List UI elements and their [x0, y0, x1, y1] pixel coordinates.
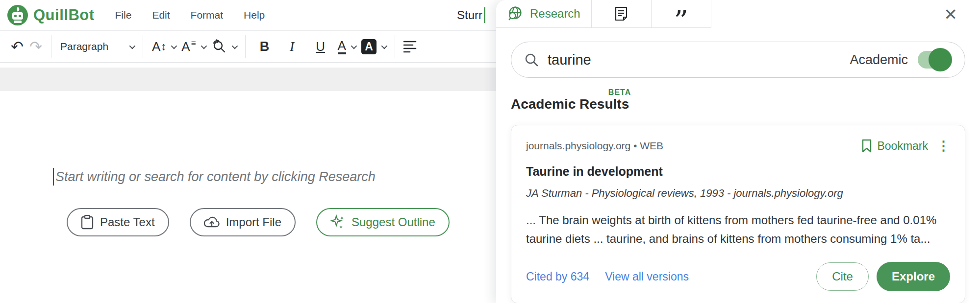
menu-edit[interactable]: Edit: [152, 9, 170, 21]
italic-button[interactable]: I: [283, 36, 302, 57]
tab-research-label: Research: [530, 7, 580, 21]
divider: [711, 0, 711, 27]
cloud-upload-icon: [204, 216, 220, 229]
chevron-down-icon: [201, 43, 207, 49]
research-globe-icon: [507, 5, 524, 22]
underline-button[interactable]: U: [311, 36, 330, 57]
paragraph-style-dropdown[interactable]: Paragraph: [57, 36, 137, 57]
font-size-dropdown[interactable]: A ↕: [152, 39, 176, 54]
document-title-text: Sturr: [457, 8, 482, 22]
paste-text-button[interactable]: Paste Text: [67, 208, 169, 236]
import-file-button[interactable]: Import File: [190, 208, 296, 236]
tab-notes[interactable]: [592, 0, 651, 27]
paragraph-style-label: Paragraph: [60, 41, 108, 52]
results-heading: Academic Results: [511, 96, 629, 112]
explore-button[interactable]: Explore: [877, 262, 950, 291]
result-buttons: Cite Explore: [816, 262, 950, 291]
panel-tabs: Research ”: [496, 0, 711, 28]
search-icon: [524, 52, 539, 67]
text-caret: [484, 7, 485, 23]
close-icon[interactable]: ✕: [944, 5, 957, 24]
result-snippet: ... The brain weights at birth of kitten…: [526, 211, 950, 248]
research-panel: Research ”: [496, 0, 980, 303]
result-card: journals.physiology.org • WEB Bookmark ⋮: [511, 125, 965, 303]
cite-button[interactable]: Cite: [816, 262, 869, 291]
notepad-icon: [614, 5, 628, 22]
quillbot-logo-icon[interactable]: [7, 4, 28, 26]
chevron-down-icon: [129, 43, 136, 49]
result-source: journals.physiology.org • WEB: [526, 140, 663, 152]
bookmark-label: Bookmark: [877, 140, 928, 153]
brand-wordmark: QuillBot: [33, 6, 95, 24]
menu-help[interactable]: Help: [244, 9, 265, 21]
text-caret: [53, 168, 54, 186]
editor-quick-actions: Paste Text Import File: [67, 208, 496, 236]
align-text-icon[interactable]: [401, 36, 420, 57]
editor-region: QuillBot File Edit Format Help Sturr ↶ ↷…: [0, 0, 496, 303]
tab-citations[interactable]: ”: [652, 0, 711, 27]
menubar: QuillBot File Edit Format Help Sturr: [0, 0, 496, 30]
redo-icon[interactable]: ↷: [26, 36, 45, 57]
chevron-down-icon: [351, 43, 357, 49]
quotation-marks-icon: ”: [674, 16, 688, 25]
highlight-color-icon: A: [361, 39, 377, 54]
document-page[interactable]: Start writing or search for content by c…: [0, 168, 496, 236]
document-title[interactable]: Sturr: [457, 7, 496, 23]
research-search-bar[interactable]: Academic: [511, 42, 965, 78]
search-input[interactable]: [548, 52, 850, 68]
clipboard-icon: [81, 215, 94, 230]
text-color-dropdown[interactable]: A: [338, 39, 355, 54]
chevron-down-icon: [381, 43, 388, 49]
divider: [51, 35, 51, 58]
menu-file[interactable]: File: [115, 9, 132, 21]
highlight-color-dropdown[interactable]: A: [361, 39, 386, 54]
formatting-toolbar: ↶ ↷ Paragraph A ↕ A ≡: [0, 30, 496, 63]
line-spacing-icon: A: [181, 39, 190, 54]
divider: [395, 35, 395, 58]
font-size-icon: A: [152, 39, 160, 54]
result-card-actions: Bookmark ⋮: [861, 139, 950, 153]
editor-placeholder-row: Start writing or search for content by c…: [53, 168, 496, 186]
academic-toggle-label: Academic: [850, 52, 908, 68]
panel-tabbar: Research ”: [496, 0, 980, 28]
bold-button[interactable]: B: [255, 36, 274, 57]
sparkles-icon: [330, 214, 345, 230]
text-color-icon: A: [338, 39, 346, 54]
divider: [143, 35, 143, 58]
line-spacing-dropdown[interactable]: A ≡: [181, 39, 205, 54]
result-links: Cited by 634 View all versions: [526, 270, 689, 283]
kebab-menu-icon[interactable]: ⋮: [937, 140, 950, 153]
tab-research[interactable]: Research: [496, 0, 591, 27]
result-card-header: journals.physiology.org • WEB Bookmark ⋮: [526, 139, 950, 153]
suggest-outline-button[interactable]: Suggest Outline: [316, 208, 450, 236]
editor-placeholder: Start writing or search for content by c…: [55, 169, 376, 185]
cited-by-link[interactable]: Cited by 634: [526, 270, 589, 283]
academic-toggle[interactable]: [918, 51, 950, 69]
document-margin-band: [0, 68, 496, 91]
result-meta: JA Sturman - Physiological reviews, 1993…: [526, 187, 950, 200]
bookmark-button[interactable]: Bookmark: [861, 139, 928, 153]
beta-badge: BETA: [608, 88, 631, 97]
toggle-knob: [929, 48, 952, 71]
menu-format[interactable]: Format: [191, 9, 224, 21]
paraphrase-icon: [211, 39, 227, 54]
view-all-versions-link[interactable]: View all versions: [605, 270, 689, 283]
result-card-footer: Cited by 634 View all versions Cite Expl…: [526, 262, 950, 291]
undo-icon[interactable]: ↶: [8, 36, 26, 57]
research-panel-body: Academic Academic Results BETA journals.…: [496, 42, 980, 303]
bookmark-icon: [861, 139, 872, 153]
chevron-down-icon: [171, 43, 177, 49]
result-title[interactable]: Taurine in development: [526, 164, 950, 179]
divider: [245, 35, 246, 58]
quillbot-app: QuillBot File Edit Format Help Sturr ↶ ↷…: [0, 0, 980, 303]
chevron-down-icon: [231, 43, 238, 49]
results-heading-block: Academic Results BETA: [511, 96, 629, 112]
paraphrase-dropdown[interactable]: [211, 39, 236, 54]
